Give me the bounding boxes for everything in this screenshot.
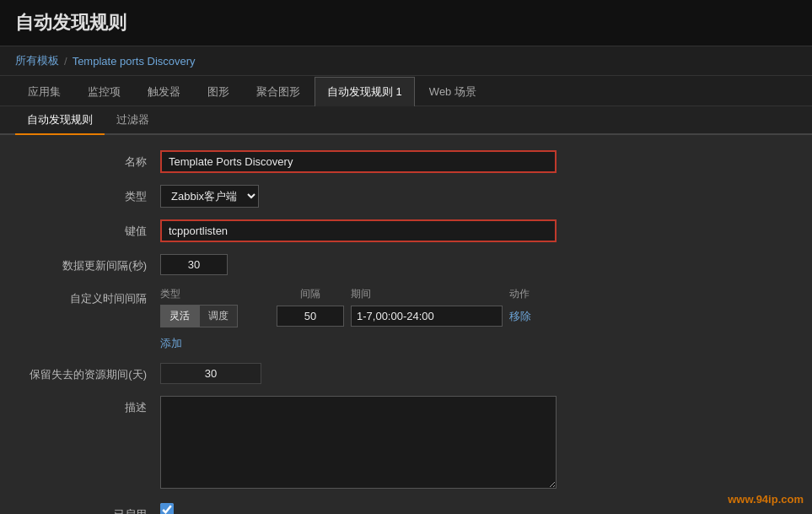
form-row-description: 描述 [25, 396, 787, 491]
interval-label: 数据更新间隔(秒) [25, 254, 160, 273]
interval-field-wrapper [160, 254, 557, 275]
tab-web-scenarios[interactable]: Web 场景 [417, 77, 489, 106]
keep-lost-label: 保留失去的资源期间(天) [25, 363, 160, 382]
custom-interval-label: 自定义时间间隔 [25, 287, 160, 306]
key-label: 键值 [25, 219, 160, 239]
type-label: 类型 [25, 185, 160, 204]
enabled-label: 已启用 [25, 503, 160, 514]
interval-input[interactable] [160, 254, 228, 275]
col-type-header: 类型 [160, 287, 270, 301]
tab-aggregate-graphs[interactable]: 聚合图形 [244, 77, 313, 106]
type-toggle-group: 灵活 调度 [160, 305, 270, 327]
interval-action-col: 移除 [509, 309, 560, 324]
col-period-header: 期间 [351, 287, 503, 301]
type-select[interactable]: Zabbix客户端 [160, 185, 259, 208]
tab-triggers[interactable]: 触发器 [135, 77, 193, 106]
enabled-checkbox[interactable] [160, 503, 174, 514]
form-row-enabled: 已启用 [25, 503, 787, 514]
type-field-wrapper: Zabbix客户端 [160, 185, 557, 208]
form-row-key: 键值 [25, 219, 787, 242]
textarea-container [160, 396, 557, 491]
name-field-wrapper [160, 150, 557, 173]
name-input[interactable] [160, 150, 557, 173]
col-interval-header: 间隔 [277, 287, 344, 301]
interval-period-col [351, 306, 503, 327]
form-row-interval: 数据更新间隔(秒) [25, 254, 787, 275]
interval-value-input[interactable] [277, 306, 344, 327]
remove-interval-link[interactable]: 移除 [509, 310, 531, 322]
breadcrumb-all-templates[interactable]: 所有模板 [15, 53, 59, 68]
interval-section: 类型 间隔 期间 动作 灵活 调度 [160, 287, 787, 351]
sub-tab-filters[interactable]: 过滤器 [105, 106, 161, 135]
description-label: 描述 [25, 396, 160, 415]
toggle-schedule[interactable]: 调度 [199, 305, 238, 327]
key-input[interactable] [160, 219, 557, 242]
keep-lost-field-wrapper [160, 363, 557, 384]
interval-headers: 类型 间隔 期间 动作 [160, 287, 787, 301]
key-field-wrapper [160, 219, 557, 242]
main-content: 名称 类型 Zabbix客户端 键值 数据更新间隔(秒) 自定义时间间隔 [0, 135, 812, 514]
form-row-keep-lost: 保留失去的资源期间(天) [25, 363, 787, 384]
interval-period-input[interactable] [351, 306, 503, 327]
description-field-wrapper [160, 396, 557, 491]
keep-lost-input[interactable] [160, 363, 261, 384]
enabled-field-wrapper [160, 503, 557, 514]
toggle-flexible[interactable]: 灵活 [160, 305, 199, 327]
page-title: 自动发现规则 [0, 0, 812, 46]
tab-graphs[interactable]: 图形 [195, 77, 242, 106]
interval-value-col [277, 306, 344, 327]
tab-monitors[interactable]: 监控项 [75, 77, 133, 106]
watermark: www.94ip.com [728, 493, 804, 506]
breadcrumb-sep: / [64, 55, 67, 68]
add-interval-wrapper: 添加 [160, 333, 787, 351]
tab-discovery-rules[interactable]: 自动发现规则 1 [315, 77, 415, 106]
interval-type-col: 灵活 调度 [160, 305, 270, 327]
form-row-type: 类型 Zabbix客户端 [25, 185, 787, 208]
form-row-custom-interval: 自定义时间间隔 类型 间隔 期间 动作 灵活 调度 [25, 287, 787, 351]
breadcrumb-template[interactable]: Template ports Discovery [73, 55, 196, 68]
breadcrumb: 所有模板 / Template ports Discovery [0, 46, 812, 76]
name-label: 名称 [25, 150, 160, 170]
add-interval-link[interactable]: 添加 [160, 336, 182, 351]
tab-applications[interactable]: 应用集 [15, 77, 73, 106]
tab-bar: 应用集 监控项 触发器 图形 聚合图形 自动发现规则 1 Web 场景 [0, 76, 812, 106]
col-action-header: 动作 [509, 287, 560, 301]
description-textarea[interactable] [160, 396, 557, 489]
sub-tab-discovery-rule[interactable]: 自动发现规则 [15, 106, 105, 135]
interval-row: 灵活 调度 移除 [160, 305, 787, 327]
sub-tab-bar: 自动发现规则 过滤器 [0, 106, 812, 135]
form-row-name: 名称 [25, 150, 787, 173]
